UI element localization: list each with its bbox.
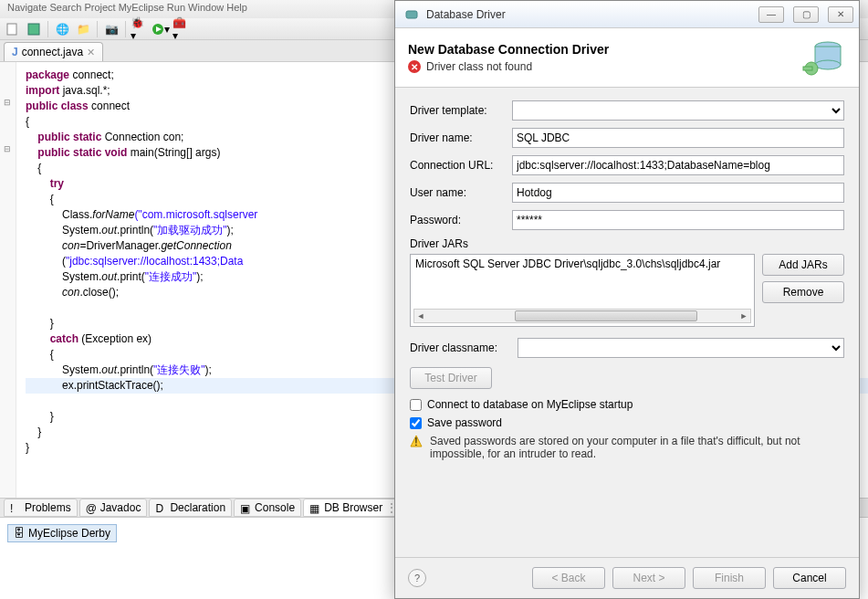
jar-list[interactable]: Microsoft SQL Server JDBC Driver\sqljdbc… — [410, 254, 755, 327]
cancel-button[interactable]: Cancel — [773, 567, 846, 589]
classname-select[interactable] — [518, 338, 844, 358]
warning-text: Saved passwords are stored on your compu… — [430, 435, 844, 460]
folder-icon[interactable]: 📁 — [74, 20, 92, 38]
save-icon[interactable] — [25, 20, 43, 38]
name-label: Driver name: — [410, 131, 505, 144]
tab-label: Console — [255, 501, 295, 514]
test-driver-button: Test Driver — [410, 367, 492, 389]
dialog-titlebar[interactable]: Database Driver — ▢ ✕ — [395, 1, 859, 28]
java-file-icon: J — [12, 46, 18, 58]
tab-label: connect.java — [22, 46, 83, 58]
dialog-heading: New Database Connection Driver — [408, 42, 791, 57]
svg-rect-4 — [406, 11, 417, 18]
tab-icon: ▣ — [240, 502, 251, 513]
maximize-button[interactable]: ▢ — [793, 6, 819, 23]
password-label: Password: — [410, 214, 505, 226]
tab-console[interactable]: ▣Console — [234, 499, 301, 517]
tab-label: DB Browser — [324, 501, 382, 514]
finish-button: Finish — [693, 567, 766, 589]
tab-label: Declaration — [170, 501, 225, 514]
tab-icon: D — [155, 502, 166, 513]
scroll-right-icon[interactable]: ► — [737, 311, 750, 321]
driver-name-input[interactable] — [512, 128, 844, 148]
connection-url-input[interactable] — [512, 155, 844, 175]
svg-text:!: ! — [414, 436, 417, 447]
run-icon[interactable]: ▾ — [152, 20, 170, 38]
tab-declaration[interactable]: DDeclaration — [149, 499, 232, 517]
connect-startup-label: Connect to database on MyEclipse startup — [427, 398, 633, 411]
editor-gutter: ⊟ ⊟ — [0, 62, 16, 500]
user-label: User name: — [410, 186, 505, 199]
svg-rect-0 — [7, 24, 16, 35]
error-text: Driver class not found — [426, 60, 532, 73]
error-icon: ✕ — [408, 60, 421, 73]
next-button: Next > — [612, 567, 685, 589]
scroll-thumb[interactable] — [515, 310, 697, 321]
tab-javadoc[interactable]: @Javadoc — [79, 499, 148, 517]
debug-icon[interactable]: 🐞▾ — [131, 20, 149, 38]
remove-button[interactable]: Remove — [762, 281, 844, 303]
minimize-button[interactable]: — — [758, 6, 784, 23]
save-password-label: Save password — [427, 416, 502, 429]
dialog-footer: ? < Back Next > Finish Cancel — [395, 557, 859, 598]
globe-icon[interactable]: 🌐 — [53, 20, 71, 38]
password-input[interactable] — [512, 210, 844, 230]
template-label: Driver template: — [410, 104, 505, 117]
template-select[interactable] — [512, 100, 844, 121]
tab-db-browser[interactable]: ▦DB Browser ⋮ — [303, 499, 403, 517]
dialog-error: ✕ Driver class not found — [408, 60, 791, 73]
connect-startup-checkbox[interactable] — [410, 399, 422, 411]
classname-label: Driver classname: — [410, 342, 510, 354]
warning-icon: ! — [410, 435, 423, 447]
password-warning: ! Saved passwords are stored on your com… — [410, 435, 844, 460]
tab-connect-java[interactable]: J connect.java ✕ — [4, 42, 103, 61]
close-button[interactable]: ✕ — [828, 6, 853, 23]
database-driver-dialog: Database Driver — ▢ ✕ New Database Conne… — [394, 0, 860, 599]
tab-icon: ▦ — [309, 502, 320, 513]
dialog-title: Database Driver — [426, 8, 749, 21]
jars-group-label: Driver JARs — [410, 237, 844, 250]
tab-problems[interactable]: !Problems — [4, 499, 78, 517]
database-header-icon — [800, 37, 846, 78]
svg-rect-9 — [803, 67, 812, 70]
connect-startup-row[interactable]: Connect to database on MyEclipse startup — [410, 398, 844, 411]
url-label: Connection URL: — [410, 159, 505, 172]
tab-label: Javadoc — [100, 501, 141, 514]
svg-rect-1 — [28, 24, 39, 35]
tab-label: Problems — [25, 501, 71, 514]
close-icon[interactable]: ✕ — [87, 47, 95, 58]
new-icon[interactable] — [4, 20, 22, 38]
scroll-left-icon[interactable]: ◄ — [414, 311, 427, 321]
svg-point-7 — [815, 60, 841, 69]
username-input[interactable] — [512, 183, 844, 203]
add-jars-button[interactable]: Add JARs — [762, 254, 844, 276]
help-button[interactable]: ? — [408, 569, 426, 587]
dialog-icon — [404, 5, 419, 23]
external-icon[interactable]: 🧰▾ — [173, 20, 191, 38]
jar-list-item[interactable]: Microsoft SQL Server JDBC Driver\sqljdbc… — [415, 257, 749, 270]
dialog-body: Driver template: Driver name: Connection… — [395, 88, 859, 557]
tab-icon: @ — [86, 502, 97, 513]
database-icon: 🗄 — [14, 527, 25, 540]
fold-icon[interactable]: ⊟ — [4, 95, 11, 110]
db-item-derby[interactable]: 🗄 MyEclipse Derby — [7, 524, 117, 542]
save-password-checkbox[interactable] — [410, 417, 422, 429]
dialog-header: New Database Connection Driver ✕ Driver … — [395, 28, 859, 88]
camera-icon[interactable]: 📷 — [102, 20, 120, 38]
tab-icon: ! — [10, 502, 21, 513]
scrollbar[interactable]: ◄ ||| ► — [413, 309, 751, 323]
db-item-label: MyEclipse Derby — [28, 527, 110, 540]
save-password-row[interactable]: Save password — [410, 416, 844, 429]
back-button: < Back — [532, 567, 605, 589]
fold-icon[interactable]: ⊟ — [4, 142, 11, 157]
